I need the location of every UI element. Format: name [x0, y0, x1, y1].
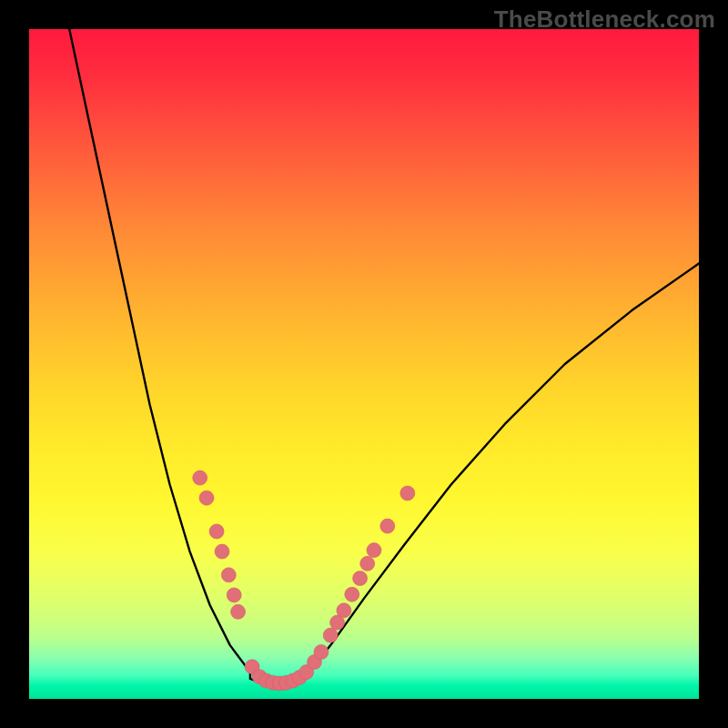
bottleneck-curve [69, 29, 699, 685]
highlight-marker [400, 486, 415, 500]
highlight-marker [360, 556, 375, 571]
highlight-marker [209, 524, 224, 539]
highlight-marker [215, 544, 229, 559]
highlight-marker [323, 628, 338, 642]
highlight-marker [345, 587, 359, 602]
highlight-marker [314, 645, 329, 660]
plot-area [29, 29, 699, 699]
highlight-marker [199, 490, 214, 505]
highlight-marker [231, 604, 246, 619]
highlight-marker [193, 470, 207, 485]
highlight-marker [367, 543, 381, 558]
highlight-markers-group [193, 470, 415, 691]
chart-frame: TheBottleneck.com [0, 0, 728, 728]
curve-layer [29, 29, 699, 699]
watermark-text: TheBottleneck.com [494, 5, 715, 34]
highlight-marker [337, 603, 351, 618]
bottleneck-curve-path [69, 29, 699, 685]
highlight-marker [353, 571, 368, 586]
highlight-marker [380, 519, 395, 533]
highlight-marker [227, 588, 241, 602]
highlight-marker [221, 568, 236, 582]
